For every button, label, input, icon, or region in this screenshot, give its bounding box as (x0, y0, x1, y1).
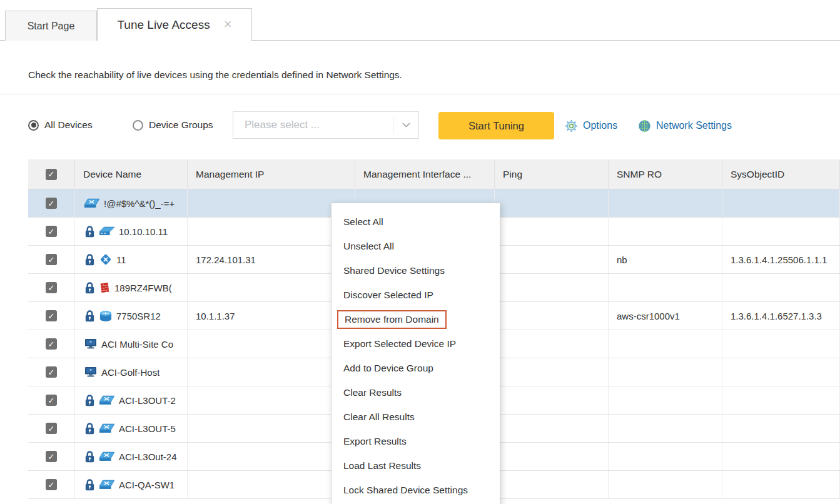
ping-value (495, 302, 609, 330)
column-header-sysobjectid[interactable]: SysObjectID (722, 159, 840, 189)
context-menu: Select All Unselect All Shared Device Se… (331, 203, 500, 504)
tab-bar: Start Page Tune Live Access × (0, 0, 840, 41)
radio-selected-icon[interactable] (28, 120, 39, 131)
context-menu-item[interactable]: Lock Shared Device Settings (331, 478, 500, 502)
column-header-management-ip[interactable]: Management IP (188, 159, 355, 189)
close-icon[interactable]: × (224, 18, 232, 31)
ping-value (495, 415, 609, 442)
table-header: ✓ Device Name Management IP Management I… (28, 159, 840, 189)
network-settings-button[interactable]: Network Settings (638, 112, 732, 139)
sysobjectid-value (722, 218, 840, 245)
lock-icon (84, 394, 95, 406)
snmp-ro-value (609, 358, 722, 386)
context-menu-item[interactable]: Unselect All (331, 234, 500, 258)
context-menu-item[interactable]: Remove from Domain (331, 307, 500, 331)
context-menu-item-label: Clear All Results (343, 411, 415, 423)
management-ip (188, 189, 355, 217)
context-menu-item-label: Shared Device Settings (343, 265, 445, 276)
chevron-down-icon[interactable] (393, 116, 418, 134)
row-checkbox[interactable]: ✓ (46, 254, 57, 265)
management-ip (188, 386, 355, 414)
management-ip (188, 218, 355, 245)
row-checkbox[interactable]: ✓ (46, 310, 57, 321)
row-checkbox[interactable]: ✓ (46, 479, 57, 490)
lock-icon (84, 225, 95, 238)
router-device-icon (99, 226, 114, 237)
context-menu-item-label: Load Last Results (343, 460, 421, 471)
start-tuning-button[interactable]: Start Tuning (438, 112, 554, 139)
ping-value (495, 386, 609, 414)
header-checkbox[interactable]: ✓ (46, 169, 57, 180)
row-checkbox[interactable]: ✓ (46, 366, 57, 378)
management-ip (188, 358, 355, 386)
context-menu-item[interactable]: Load Last Results (331, 453, 500, 478)
sysobjectid-value: 1.3.6.1.4.1.6527.1.3.3 (722, 302, 840, 330)
section-divider (0, 94, 840, 94)
row-checkbox[interactable]: ✓ (46, 338, 57, 350)
snmp-ro-value (609, 443, 722, 470)
diamond-device-icon (99, 253, 112, 266)
device-name: ACI-L3OUT-5 (119, 423, 176, 434)
switch-device-icon (84, 198, 99, 209)
management-ip (188, 471, 355, 498)
globe-icon (638, 119, 651, 133)
row-checkbox[interactable]: ✓ (46, 198, 57, 209)
tab-start-page-label: Start Page (28, 21, 75, 32)
management-ip (188, 415, 355, 442)
options-label: Options (583, 120, 617, 131)
radio-all-devices[interactable]: All Devices (28, 111, 93, 139)
context-menu-item[interactable]: Select All (331, 209, 500, 234)
ping-value (495, 471, 609, 498)
device-group-select[interactable]: Please select ... (233, 111, 419, 139)
radio-device-groups[interactable]: Device Groups (133, 111, 213, 139)
context-menu-item[interactable]: Export Selected Device IP (331, 331, 500, 356)
device-name: ACI-QA-SW1 (119, 480, 175, 490)
context-menu-item-label: Discover Selected IP (343, 290, 433, 301)
column-header-ping[interactable]: Ping (495, 159, 609, 189)
column-header-snmp-ro[interactable]: SNMP RO (609, 159, 722, 189)
tab-tune-live-access[interactable]: Tune Live Access × (97, 8, 252, 41)
device-name: 189RZ4FWB( (114, 283, 172, 293)
row-checkbox[interactable]: ✓ (46, 395, 57, 406)
device-name: ACI-L3OUT-2 (119, 395, 176, 406)
ping-value (495, 358, 609, 386)
context-menu-item[interactable]: Export Results (331, 429, 500, 453)
row-checkbox[interactable]: ✓ (46, 226, 57, 237)
context-menu-item[interactable]: Discover Selected IP (331, 283, 500, 307)
radio-unselected-icon[interactable] (133, 120, 143, 131)
radio-device-groups-label: Device Groups (149, 119, 213, 131)
column-header-device-name[interactable]: Device Name (75, 159, 188, 189)
context-menu-item-label: Unselect All (343, 241, 394, 252)
management-ip (188, 330, 355, 358)
lock-icon (84, 281, 95, 294)
context-menu-item-label: Export Selected Device IP (343, 338, 456, 350)
column-header-management-interface[interactable]: Management Interface ... (355, 159, 495, 189)
device-name: ACI-Golf-Host (101, 367, 159, 378)
context-menu-item[interactable]: Clear All Results (331, 405, 500, 429)
sysobjectid-value (722, 471, 840, 498)
sysobjectid-value (722, 189, 840, 217)
context-menu-item-label: Lock Shared Device Settings (343, 485, 468, 496)
ping-value (495, 189, 609, 217)
lock-icon (84, 310, 95, 322)
row-checkbox[interactable]: ✓ (46, 451, 57, 462)
snmp-ro-value (609, 471, 722, 498)
gear-icon (565, 119, 578, 133)
row-checkbox[interactable]: ✓ (46, 423, 57, 434)
device-group-select-placeholder: Please select ... (233, 119, 393, 131)
options-button[interactable]: Options (565, 112, 617, 139)
row-checkbox[interactable]: ✓ (46, 282, 57, 293)
management-ip (188, 443, 355, 470)
context-menu-item[interactable]: Add to Device Group (331, 356, 500, 380)
context-menu-item[interactable]: Shared Device Settings (331, 258, 500, 283)
context-menu-item[interactable]: Clear Results (331, 380, 500, 405)
ping-value (495, 330, 609, 358)
lock-icon (84, 450, 95, 463)
device-name: 10.10.10.11 (119, 226, 168, 237)
sysobjectid-value (722, 415, 840, 442)
lock-icon (84, 253, 95, 266)
sysobjectid-value (722, 386, 840, 414)
network-settings-label: Network Settings (656, 120, 732, 131)
tab-start-page[interactable]: Start Page (5, 11, 97, 41)
snmp-ro-value (609, 330, 722, 358)
